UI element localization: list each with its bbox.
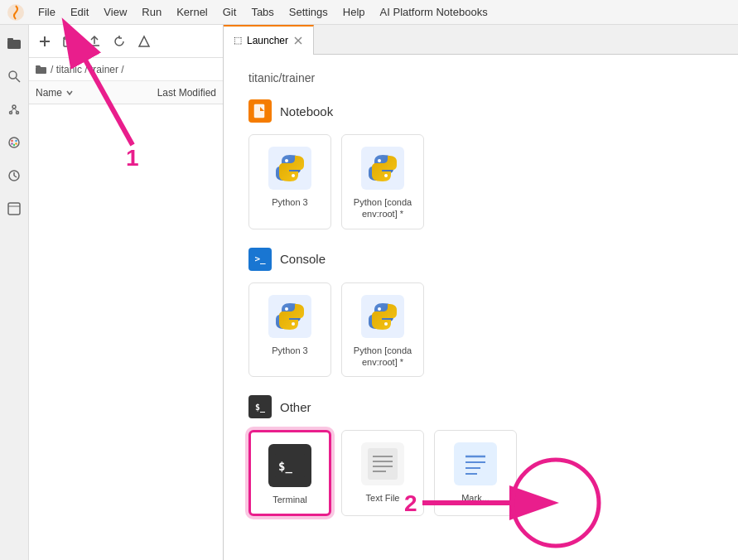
menu-kernel[interactable]: Kernel	[170, 3, 215, 21]
svg-point-35	[285, 159, 288, 162]
markdown-card-icon	[454, 442, 497, 485]
file-table-header: Name Last Modified	[29, 81, 223, 104]
svg-point-13	[13, 144, 15, 146]
terminal-card[interactable]: $_ Terminal	[248, 430, 331, 516]
svg-point-14	[11, 142, 12, 144]
svg-rect-29	[36, 67, 46, 74]
console-section-icon: >_	[248, 248, 272, 271]
svg-point-15	[15, 142, 17, 144]
svg-line-9	[14, 109, 17, 112]
right-panel: ⬚ Launcher titanic/trainer	[224, 25, 738, 560]
svg-line-8	[11, 109, 14, 112]
column-modified[interactable]: Last Modified	[109, 87, 216, 99]
section-notebook-header: Notebook	[248, 99, 713, 123]
svg-marker-28	[139, 36, 149, 46]
file-panel: / titanic / trainer / Name Last Modified	[29, 25, 224, 560]
menubar: File Edit View Run Kernel Git Tabs Setti…	[0, 0, 738, 25]
conda-notebook-icon	[361, 147, 404, 190]
jupyter-logo	[7, 3, 25, 22]
python3-console-label: Python 3	[272, 345, 307, 356]
conda-notebook-label: Python [conda env:root] *	[349, 196, 417, 220]
svg-line-18	[14, 176, 17, 177]
activity-folder[interactable]	[2, 31, 26, 55]
svg-rect-2	[7, 38, 13, 41]
svg-point-41	[378, 307, 381, 311]
python3-notebook-card[interactable]: Python 3	[248, 134, 331, 229]
svg-point-11	[11, 140, 12, 142]
file-list	[29, 104, 223, 560]
breadcrumb: / titanic / trainer /	[29, 58, 223, 81]
text-file-card-label: Text File	[366, 492, 400, 504]
svg-point-6	[10, 112, 12, 114]
menu-view[interactable]: View	[97, 3, 133, 21]
upload-button[interactable]	[84, 31, 105, 52]
menu-ai-platform[interactable]: AI Platform Notebooks	[374, 3, 494, 21]
svg-rect-50	[461, 448, 490, 480]
other-section-icon: $_	[248, 395, 272, 418]
text-file-card[interactable]: Text File	[341, 430, 424, 516]
launcher-tab-label: Launcher	[247, 35, 288, 46]
conda-console-card[interactable]: Python [conda env:root] *	[341, 282, 424, 378]
tab-launcher[interactable]: ⬚ Launcher	[224, 25, 314, 55]
svg-text:$_: $_	[278, 460, 292, 474]
main-layout: / titanic / trainer / Name Last Modified…	[0, 25, 738, 560]
python3-console-icon	[268, 295, 311, 338]
svg-rect-45	[368, 448, 398, 480]
svg-point-3	[9, 71, 17, 79]
activity-palette[interactable]	[2, 131, 26, 154]
activity-search[interactable]	[2, 65, 26, 88]
menu-git[interactable]: Git	[216, 3, 244, 21]
activity-clock[interactable]	[2, 164, 26, 187]
new-file-button[interactable]	[34, 31, 55, 52]
notebook-cards: Python 3	[248, 134, 713, 229]
file-toolbar	[29, 25, 223, 58]
git-button[interactable]	[133, 31, 155, 52]
markdown-card[interactable]: Mark...	[434, 430, 517, 516]
terminal-card-icon: $_	[268, 444, 311, 487]
section-other-header: $_ Other	[248, 395, 713, 418]
activity-bar	[0, 25, 29, 560]
menu-help[interactable]: Help	[336, 3, 372, 21]
svg-point-42	[384, 322, 388, 326]
breadcrumb-text: / titanic / trainer /	[51, 64, 124, 75]
python3-notebook-label: Python 3	[272, 196, 307, 208]
svg-point-40	[292, 322, 295, 326]
svg-line-4	[16, 78, 20, 82]
menu-run[interactable]: Run	[135, 3, 168, 21]
console-section-label: Console	[280, 252, 326, 266]
menu-settings[interactable]: Settings	[282, 3, 335, 21]
terminal-card-label: Terminal	[273, 494, 307, 505]
new-folder-button[interactable]	[59, 31, 80, 52]
svg-point-37	[378, 159, 381, 162]
svg-point-12	[15, 140, 17, 142]
svg-point-5	[12, 105, 16, 109]
refresh-button[interactable]	[109, 31, 130, 52]
close-tab-icon[interactable]	[293, 36, 303, 46]
menu-edit[interactable]: Edit	[64, 3, 95, 21]
other-cards: $_ Terminal Tex	[248, 430, 713, 516]
menu-file[interactable]: File	[31, 3, 62, 21]
svg-point-7	[17, 112, 19, 114]
notebook-section-icon	[248, 99, 272, 123]
column-name[interactable]: Name	[36, 87, 109, 99]
conda-console-label: Python [conda env:root] *	[349, 345, 417, 369]
section-console-header: >_ Console	[248, 248, 713, 271]
text-file-card-icon	[361, 442, 404, 485]
sort-icon	[65, 89, 74, 97]
svg-point-36	[292, 174, 295, 177]
launcher-title: titanic/trainer	[248, 71, 713, 84]
svg-point-39	[285, 307, 288, 311]
svg-point-38	[384, 174, 388, 177]
python3-notebook-icon	[268, 147, 311, 190]
launcher-content: titanic/trainer Notebook	[224, 55, 738, 560]
activity-tools[interactable]	[2, 197, 26, 220]
menu-tabs[interactable]: Tabs	[244, 3, 280, 21]
svg-rect-1	[7, 40, 21, 49]
tab-bar: ⬚ Launcher	[224, 25, 738, 55]
other-section-label: Other	[280, 400, 311, 414]
activity-git[interactable]	[2, 98, 26, 121]
conda-console-icon	[361, 295, 404, 338]
python3-console-card[interactable]: Python 3	[248, 282, 331, 378]
conda-notebook-card[interactable]: Python [conda env:root] *	[341, 134, 424, 229]
console-cards: Python 3	[248, 282, 713, 378]
